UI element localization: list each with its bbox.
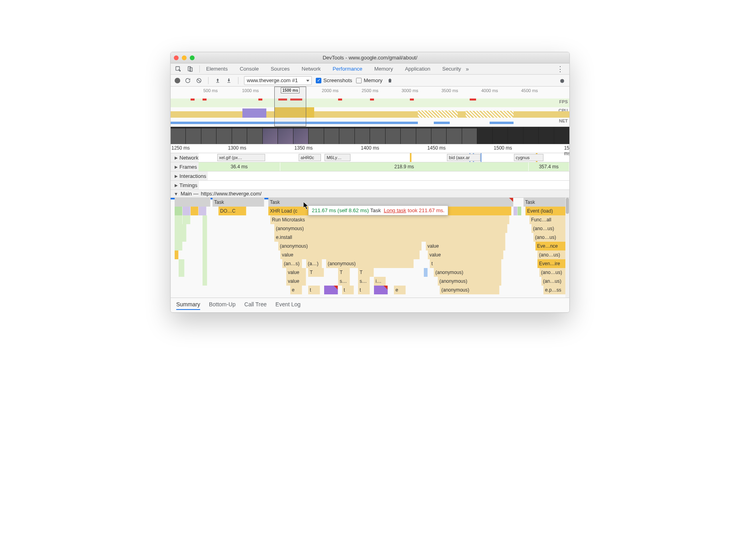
network-request[interactable]: bid (aax.ar [447,154,480,161]
flame-block[interactable] [183,207,191,215]
panel-tab-sources[interactable]: Sources [269,66,291,72]
filmstrip-thumb[interactable] [431,127,447,144]
network-request[interactable]: cygnus [514,154,543,161]
frame-block[interactable]: 218.9 ms [280,162,529,171]
filmstrip-thumb[interactable] [539,127,554,144]
task-block[interactable] [175,198,211,207]
filmstrip-thumb[interactable] [554,127,569,144]
collapse-icon[interactable]: ▼ [174,191,178,196]
bottom-tab-call-tree[interactable]: Call Tree [244,300,267,310]
filmstrip-thumb[interactable] [386,127,401,144]
recording-select[interactable]: www.theverge.com #1 [244,76,312,85]
flame-block-run-microtasks[interactable]: Run Microtasks [270,215,510,224]
filmstrip-thumb[interactable] [216,127,232,144]
load-profile-icon[interactable] [214,77,221,84]
device-toggle-icon[interactable] [186,65,195,73]
frame-block[interactable]: 36.4 ms [199,162,280,171]
flame-block[interactable]: (an…us) [541,277,567,286]
flame-block-event-load[interactable]: Event (load) [525,207,567,215]
flame-block[interactable]: t [308,286,320,294]
flame-block[interactable]: DO…C [218,207,246,215]
expand-icon[interactable]: ▶ [175,165,178,169]
clear-icon[interactable] [195,77,203,84]
interactions-track[interactable]: ▶ Interactions [171,172,569,181]
flame-block[interactable]: t [430,259,502,268]
flame-block-value[interactable]: value [428,250,504,259]
flame-block-value[interactable]: value [286,268,306,277]
flame-ruler[interactable]: 1250 ms1300 ms1350 ms1400 ms1450 ms1500 … [171,144,569,153]
filmstrip-thumb[interactable] [370,127,385,144]
network-request[interactable]: M6Ly… [325,154,350,161]
task-block[interactable]: Task [213,198,264,207]
flame-block[interactable] [199,207,207,215]
filmstrip-thumb[interactable] [524,127,539,144]
flame-block[interactable] [424,268,428,277]
vertical-scrollbar[interactable] [565,198,569,298]
flame-block[interactable]: i… [374,277,386,286]
zoom-window-button[interactable] [190,55,195,60]
minimize-window-button[interactable] [182,55,187,60]
filmstrip-thumb[interactable] [186,127,201,144]
garbage-collect-icon[interactable] [386,77,394,84]
flame-block[interactable]: T [358,268,374,277]
filmstrip-thumb[interactable] [309,127,324,144]
flame-block[interactable]: (a…) [306,259,322,268]
save-profile-icon[interactable] [225,77,232,84]
frames-track[interactable]: ▶ Frames 36.4 ms218.9 ms357.4 ms [171,162,569,172]
panel-tab-elements[interactable]: Elements [205,66,229,72]
panel-tab-security[interactable]: Security [441,66,462,72]
overview-panel[interactable]: 500 ms1000 ms1500 ms2000 ms2500 ms3000 m… [171,87,569,127]
filmstrip-thumb[interactable] [263,127,278,144]
panel-tab-network[interactable]: Network [300,66,323,72]
flame-block[interactable] [175,224,187,233]
flame-chart[interactable]: Task Task Task DO…C XHR Load (c Event (l… [171,198,569,298]
network-track[interactable]: ▶ Network xel.gif (px…aHR0cM6Ly…bid (aax… [171,153,569,162]
panel-tab-application[interactable]: Application [403,66,432,72]
filmstrip-thumb[interactable] [278,127,293,144]
flame-block[interactable]: (ano…us) [537,250,567,259]
panel-tab-console[interactable]: Console [238,66,260,72]
flame-block[interactable]: e [290,286,302,294]
flame-block[interactable] [183,215,191,224]
flame-block[interactable] [191,207,199,215]
flame-block-anonymous[interactable]: (anonymous) [440,286,500,294]
flame-block[interactable]: (ano…us) [533,233,567,242]
filmstrip-thumb[interactable] [477,127,492,144]
timings-track[interactable]: ▶ Timings [171,181,569,190]
filmstrip-thumb[interactable] [247,127,262,144]
flame-block-anonymous[interactable]: (anonymous) [326,259,414,268]
filmstrip-thumb[interactable] [171,127,186,144]
bottom-tab-bottom-up[interactable]: Bottom-Up [209,300,236,310]
flame-block-value[interactable]: value [286,277,306,286]
flame-block[interactable]: e [394,286,406,294]
flame-block-value[interactable]: value [280,250,420,259]
flame-block[interactable]: (ano…us) [531,224,567,233]
filmstrip-thumb[interactable] [493,127,508,144]
filmstrip-thumb[interactable] [508,127,523,144]
flame-block[interactable]: Even…ire [537,259,567,268]
flame-block[interactable] [514,207,518,215]
screenshots-checkbox[interactable]: ✓ Screenshots [316,77,352,83]
filmstrip-thumb[interactable] [324,127,339,144]
flame-block[interactable] [175,242,183,250]
expand-icon[interactable]: ▶ [175,183,178,187]
flame-block[interactable] [175,233,187,242]
flame-block[interactable]: t [358,286,370,294]
screenshot-filmstrip[interactable] [171,127,569,144]
filmstrip-thumb[interactable] [355,127,370,144]
flame-block[interactable] [175,215,183,224]
filmstrip-thumb[interactable] [293,127,309,144]
flame-block[interactable] [203,215,207,286]
flame-block[interactable]: T [338,268,350,277]
flame-block[interactable]: e.p…ss [543,286,567,294]
flame-block-anonymous[interactable]: (anonymous) [434,268,502,277]
expand-icon[interactable]: ▶ [175,174,178,178]
frame-block[interactable]: 357.4 ms [529,162,569,171]
expand-icon[interactable]: ▶ [175,156,178,160]
reload-icon[interactable] [184,77,191,84]
inspect-icon[interactable] [174,65,183,73]
flame-block[interactable]: (ano…us) [539,268,567,277]
flame-block-anonymous[interactable]: (anonymous) [274,224,508,233]
flame-block-value[interactable]: value [426,242,506,250]
flame-block-anonymous[interactable]: (anonymous) [278,242,422,250]
